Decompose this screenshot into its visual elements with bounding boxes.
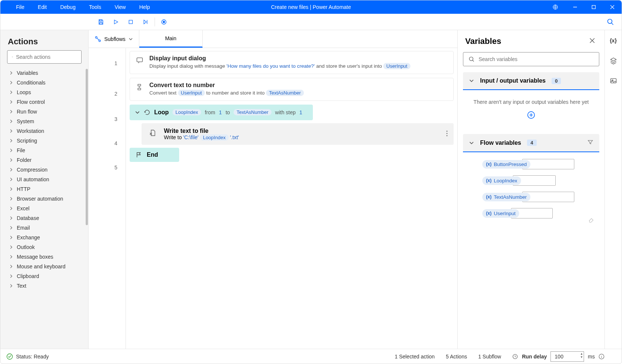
flow-variable-row[interactable]: (x)LoopIndex — [463, 172, 599, 189]
action-category[interactable]: File — [0, 146, 88, 155]
action-category[interactable]: Excel — [0, 204, 88, 213]
action-category[interactable]: Browser automation — [0, 194, 88, 204]
chevron-right-icon — [9, 245, 13, 249]
action-category[interactable]: Run flow — [0, 107, 88, 116]
chevron-right-icon — [9, 110, 13, 114]
io-count-badge: 0 — [552, 78, 561, 84]
action-category[interactable]: Workstation — [0, 126, 88, 136]
close-variables-button[interactable] — [587, 36, 597, 47]
scrollbar-thumb[interactable] — [86, 69, 88, 225]
line-number: 5 — [89, 157, 126, 178]
run-delay-input[interactable]: 100▲▼ — [550, 351, 584, 362]
menu-edit[interactable]: Edit — [31, 0, 54, 14]
flow-variable-row[interactable]: (x)TextAsNumber — [463, 189, 599, 205]
minimize-button[interactable] — [566, 0, 584, 14]
status-ready: Status: Ready — [6, 353, 49, 360]
svg-rect-11 — [138, 88, 141, 90]
flow-variable-row[interactable]: (x)UserInput — [463, 205, 599, 221]
save-button[interactable] — [93, 15, 108, 29]
step-end[interactable]: End — [130, 148, 179, 162]
stop-button[interactable] — [123, 15, 138, 29]
action-category[interactable]: Variables — [0, 68, 88, 78]
flow-variable-row[interactable]: (x)ButtonPressed — [463, 156, 599, 172]
chevron-down-icon — [135, 110, 140, 115]
action-category[interactable]: Flow control — [0, 97, 88, 107]
io-empty-message: There aren't any input or output variabl… — [463, 90, 599, 109]
step-title: Convert text to number — [149, 82, 448, 89]
chevron-right-icon — [9, 284, 13, 288]
step-button[interactable] — [138, 15, 153, 29]
status-actions: 5 Actions — [446, 354, 467, 360]
menu-help[interactable]: Help — [133, 0, 157, 14]
toolbar — [0, 14, 622, 30]
subflows-dropdown[interactable]: Subflows — [89, 30, 139, 48]
action-category[interactable]: Folder — [0, 155, 88, 165]
flow-section-header[interactable]: Flow variables 4 — [463, 134, 599, 152]
info-icon[interactable] — [599, 354, 604, 360]
step-convert-text-to-number[interactable]: Convert text to number Convert text User… — [130, 78, 454, 101]
action-category[interactable]: Database — [0, 213, 88, 223]
svg-point-13 — [447, 133, 448, 134]
subflows-label: Subflows — [104, 36, 126, 42]
run-button[interactable] — [108, 15, 123, 29]
menu-view[interactable]: View — [108, 0, 133, 14]
record-button[interactable] — [156, 15, 171, 29]
action-category[interactable]: Email — [0, 223, 88, 233]
action-category[interactable]: Compression — [0, 165, 88, 175]
action-category[interactable]: HTTP — [0, 184, 88, 194]
images-strip-button[interactable] — [608, 76, 619, 86]
ms-label: ms — [588, 354, 595, 360]
line-number: 2 — [89, 79, 126, 109]
chevron-right-icon — [9, 119, 13, 123]
eraser-icon[interactable] — [588, 216, 599, 224]
menu-tools[interactable]: Tools — [82, 0, 108, 14]
layers-strip-button[interactable] — [608, 55, 619, 66]
right-tool-strip: {x} — [604, 30, 622, 349]
tab-main[interactable]: Main — [139, 30, 203, 48]
flow-count-badge: 4 — [527, 140, 536, 146]
step-title: Display input dialog — [149, 55, 448, 62]
svg-rect-9 — [137, 58, 143, 62]
action-category[interactable]: System — [0, 116, 88, 126]
chevron-right-icon — [9, 207, 13, 210]
stepper-buttons[interactable]: ▲▼ — [580, 352, 583, 359]
close-button[interactable] — [603, 0, 622, 14]
line-number: 4 — [89, 129, 126, 157]
search-icon — [469, 56, 475, 63]
step-menu-button[interactable] — [446, 130, 448, 137]
variables-strip-button[interactable]: {x} — [608, 35, 619, 46]
action-category[interactable]: Message boxes — [0, 252, 88, 262]
svg-point-12 — [447, 131, 448, 132]
action-category[interactable]: Clipboard — [0, 271, 88, 281]
search-flow-button[interactable] — [603, 15, 618, 29]
chevron-right-icon — [9, 71, 13, 75]
action-category[interactable]: Mouse and keyboard — [0, 262, 88, 271]
tab-bar: Subflows Main — [89, 30, 457, 48]
step-write-text-to-file[interactable]: Write text to file Write to 'C:\file' Lo… — [142, 123, 454, 145]
step-display-input-dialog[interactable]: Display input dialog Display input dialo… — [130, 51, 454, 74]
action-category[interactable]: Conditionals — [0, 78, 88, 87]
action-category[interactable]: UI automation — [0, 175, 88, 184]
environment-badge[interactable] — [552, 4, 558, 10]
variables-search-input[interactable] — [479, 56, 599, 62]
actions-list[interactable]: Variables Conditionals Loops Flow contro… — [0, 68, 88, 349]
actions-search-input[interactable] — [16, 54, 81, 60]
action-category[interactable]: Outlook — [0, 242, 88, 252]
chevron-down-icon — [469, 140, 474, 146]
add-io-variable-button[interactable] — [463, 109, 599, 128]
action-category[interactable]: Scripting — [0, 136, 88, 146]
step-loop[interactable]: Loop LoopIndex from 1 to TextAsNumber wi… — [130, 105, 313, 120]
filter-button[interactable] — [587, 139, 593, 146]
action-category[interactable]: Loops — [0, 87, 88, 97]
action-category[interactable]: Text — [0, 281, 88, 291]
svg-point-14 — [447, 135, 448, 136]
menu-debug[interactable]: Debug — [54, 0, 82, 14]
menu-file[interactable]: File — [9, 0, 31, 14]
actions-search[interactable] — [7, 50, 82, 64]
chevron-right-icon — [9, 139, 13, 143]
maximize-button[interactable] — [584, 0, 603, 14]
io-section-header[interactable]: Input / output variables 0 — [463, 72, 599, 90]
variables-search[interactable] — [463, 52, 599, 66]
action-category[interactable]: Exchange — [0, 233, 88, 242]
chevron-right-icon — [9, 216, 13, 220]
